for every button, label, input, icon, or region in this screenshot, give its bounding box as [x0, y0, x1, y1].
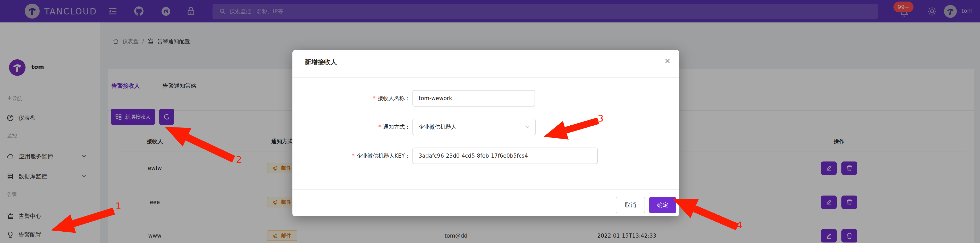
field-label: 接收人名称：: [378, 95, 410, 102]
receiver-name-input[interactable]: [412, 90, 535, 107]
required-marker: *: [373, 95, 376, 101]
required-marker: *: [379, 124, 381, 130]
notice-type-select[interactable]: 企业微信机器人: [412, 119, 536, 135]
form-row-wework-key: *企业微信机器人KEY：: [293, 147, 679, 164]
field-label: 企业微信机器人KEY：: [356, 152, 410, 160]
close-icon[interactable]: ×: [660, 54, 675, 68]
form-row-notice-type: *通知方式： 企业微信机器人: [293, 119, 679, 135]
wework-key-input[interactable]: [412, 147, 598, 164]
cancel-button[interactable]: 取消: [616, 197, 645, 213]
modal-title: 新增接收人: [305, 58, 337, 66]
chevron-down-icon: [525, 124, 530, 130]
select-value: 企业微信机器人: [418, 123, 457, 131]
modal-header-divider: [293, 77, 679, 78]
field-label: 通知方式：: [383, 123, 410, 131]
ok-button[interactable]: 确定: [649, 197, 676, 213]
required-marker: *: [352, 153, 355, 159]
form-row-receiver-name: *接收人名称：: [293, 90, 679, 107]
add-receiver-modal: 新增接收人 × *接收人名称： *通知方式： 企业微信机器人 *企业微信机器人K…: [293, 50, 679, 216]
modal-footer-divider: [293, 189, 679, 190]
app-root: TANCLOUD 搜索监控：名称、IP等 99+ tom: [0, 0, 980, 243]
